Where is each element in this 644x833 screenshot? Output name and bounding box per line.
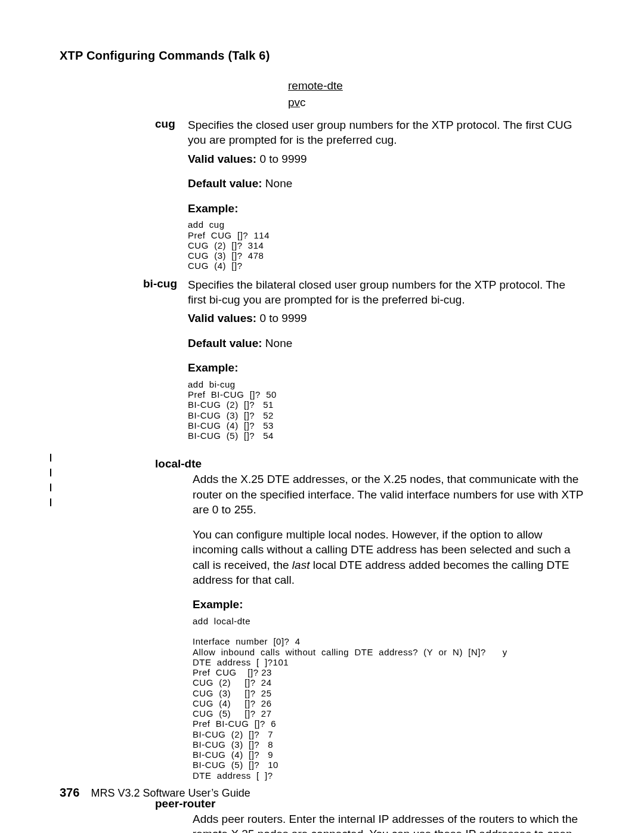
bicug-default: Default value: None xyxy=(188,336,584,351)
localdte-p1: Adds the X.25 DTE addresses, or the X.25… xyxy=(193,472,584,517)
book-title: MRS V3.2 Software User’s Guide xyxy=(91,787,250,799)
desc-cug: Specifies the closed user group numbers … xyxy=(188,117,584,277)
cug-valid: Valid values: 0 to 9999 xyxy=(188,151,584,166)
page-footer: 376 MRS V3.2 Software User’s Guide xyxy=(60,786,250,800)
kw-pvc: pvc xyxy=(288,96,584,109)
bicug-default-value: None xyxy=(262,337,293,349)
change-bar xyxy=(50,498,51,506)
localdte-example-label: Example: xyxy=(193,597,584,612)
localdte-p2-italic: last xyxy=(292,559,310,571)
bicug-example-text: add bi-cug Pref BI-CUG []? 50 BI-CUG (2)… xyxy=(188,379,584,441)
desc-peer-router: Adds peer routers. Enter the internal IP… xyxy=(193,812,584,833)
kw-remote-dte-text: remote-dte xyxy=(288,79,343,92)
entry-cug: cug Specifies the closed user group numb… xyxy=(60,117,584,277)
change-bar xyxy=(50,469,51,476)
bicug-valid: Valid values: 0 to 9999 xyxy=(188,311,584,326)
peer-p1: Adds peer routers. Enter the internal IP… xyxy=(193,812,584,833)
cug-example-text: add cug Pref CUG []? 114 CUG (2) []? 314… xyxy=(188,219,584,271)
kw-pvc-rest: c xyxy=(300,96,306,109)
cug-valid-label: Valid values: xyxy=(188,153,256,165)
cug-desc-text: Specifies the closed user group numbers … xyxy=(188,117,584,148)
change-bar xyxy=(50,454,51,462)
bicug-valid-value: 0 to 9999 xyxy=(256,312,307,324)
term-bicug: bi-cug xyxy=(60,277,188,290)
bicug-desc-text: Specifies the bilateral closed user grou… xyxy=(188,277,584,308)
entry-peer-router: Adds peer routers. Enter the internal IP… xyxy=(60,812,584,833)
bicug-valid-label: Valid values: xyxy=(188,312,256,324)
entry-local-dte: Adds the X.25 DTE addresses, or the X.25… xyxy=(60,472,584,786)
localdte-p2: You can configure multiple local nodes. … xyxy=(193,527,584,588)
desc-local-dte: Adds the X.25 DTE addresses, or the X.25… xyxy=(193,472,584,786)
page-title: XTP Configuring Commands (Talk 6) xyxy=(60,49,584,63)
desc-bicug: Specifies the bilateral closed user grou… xyxy=(188,277,584,447)
entry-bicug: bi-cug Specifies the bilateral closed us… xyxy=(60,277,584,447)
localdte-example-text: add local-dte Interface number [0]? 4 Al… xyxy=(193,616,584,781)
cug-default-label: Default value: xyxy=(188,177,262,190)
cug-example-label: Example: xyxy=(188,201,584,216)
term-cug: cug xyxy=(60,117,188,131)
kw-remote-dte: remote-dte xyxy=(288,79,584,92)
kw-pvc-underline: pv xyxy=(288,96,300,109)
cug-default: Default value: None xyxy=(188,176,584,191)
change-bar xyxy=(50,484,51,491)
page-number: 376 xyxy=(60,786,79,799)
cug-default-value: None xyxy=(262,177,293,190)
bicug-example-label: Example: xyxy=(188,360,584,375)
term-local-dte: local-dte xyxy=(155,457,584,470)
bicug-default-label: Default value: xyxy=(188,337,262,349)
page: XTP Configuring Commands (Talk 6) remote… xyxy=(0,0,644,833)
cug-valid-value: 0 to 9999 xyxy=(256,153,307,165)
